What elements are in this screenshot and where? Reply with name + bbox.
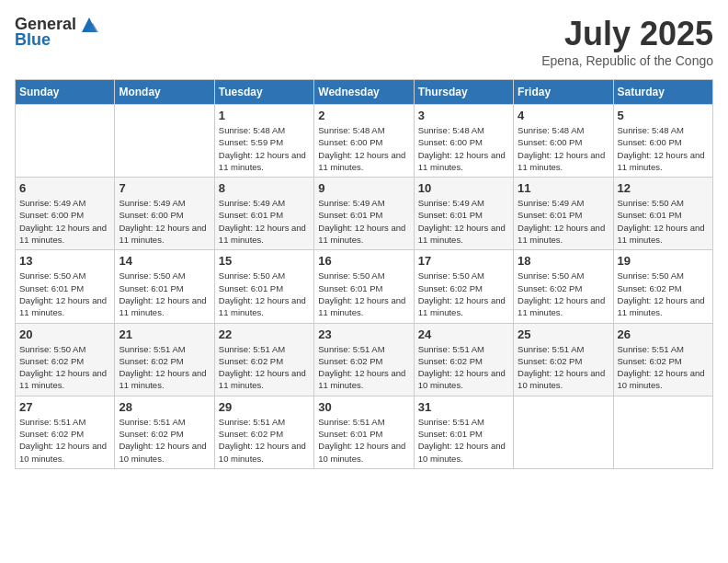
day-number: 31 [418,400,509,414]
day-number: 24 [418,327,509,341]
calendar-cell: 11Sunrise: 5:49 AM Sunset: 6:01 PM Dayli… [514,178,613,250]
calendar-header-row: SundayMondayTuesdayWednesdayThursdayFrid… [16,80,713,105]
day-number: 16 [318,254,409,268]
day-info: Sunrise: 5:51 AM Sunset: 6:02 PM Dayligh… [418,343,509,392]
weekday-header: Monday [115,80,214,105]
day-info: Sunrise: 5:50 AM Sunset: 6:01 PM Dayligh… [318,270,409,318]
calendar-cell: 5Sunrise: 5:48 AM Sunset: 6:00 PM Daylig… [613,105,712,178]
location-subtitle: Epena, Republic of the Congo [541,53,713,68]
calendar-cell: 20Sunrise: 5:50 AM Sunset: 6:02 PM Dayli… [16,323,115,396]
day-number: 12 [618,181,709,195]
calendar-cell: 17Sunrise: 5:50 AM Sunset: 6:02 PM Dayli… [414,250,513,323]
weekday-header: Sunday [16,80,115,105]
weekday-header: Thursday [414,80,513,105]
day-number: 11 [518,181,609,195]
day-info: Sunrise: 5:50 AM Sunset: 6:01 PM Dayligh… [219,270,310,318]
calendar-cell: 15Sunrise: 5:50 AM Sunset: 6:01 PM Dayli… [214,250,313,323]
day-info: Sunrise: 5:51 AM Sunset: 6:01 PM Dayligh… [318,416,409,465]
logo-icon [78,16,100,34]
calendar-week-row: 6Sunrise: 5:49 AM Sunset: 6:00 PM Daylig… [16,178,713,250]
calendar-cell: 16Sunrise: 5:50 AM Sunset: 6:01 PM Dayli… [314,250,414,323]
calendar-week-row: 27Sunrise: 5:51 AM Sunset: 6:02 PM Dayli… [16,396,713,468]
calendar-week-row: 1Sunrise: 5:48 AM Sunset: 5:59 PM Daylig… [16,105,713,178]
day-number: 4 [518,109,609,122]
day-info: Sunrise: 5:49 AM Sunset: 6:00 PM Dayligh… [19,197,110,246]
day-number: 18 [518,254,609,268]
day-info: Sunrise: 5:50 AM Sunset: 6:02 PM Dayligh… [518,270,609,318]
weekday-header: Wednesday [314,80,414,105]
day-number: 28 [119,400,210,414]
day-info: Sunrise: 5:51 AM Sunset: 6:02 PM Dayligh… [19,416,110,465]
day-number: 10 [418,181,509,195]
calendar-cell: 12Sunrise: 5:50 AM Sunset: 6:01 PM Dayli… [613,178,712,250]
calendar-cell: 25Sunrise: 5:51 AM Sunset: 6:02 PM Dayli… [514,323,613,396]
page-header: General Blue July 2025 Epena, Republic o… [15,15,713,68]
day-info: Sunrise: 5:48 AM Sunset: 5:59 PM Dayligh… [219,124,310,173]
calendar-cell: 3Sunrise: 5:48 AM Sunset: 6:00 PM Daylig… [414,105,513,178]
calendar-cell: 10Sunrise: 5:49 AM Sunset: 6:01 PM Dayli… [414,178,513,250]
day-info: Sunrise: 5:51 AM Sunset: 6:02 PM Dayligh… [119,343,210,392]
day-info: Sunrise: 5:51 AM Sunset: 6:02 PM Dayligh… [618,343,709,392]
day-number: 6 [19,181,110,195]
day-number: 23 [318,327,409,341]
day-info: Sunrise: 5:51 AM Sunset: 6:02 PM Dayligh… [119,416,210,465]
calendar-cell: 23Sunrise: 5:51 AM Sunset: 6:02 PM Dayli… [314,323,414,396]
calendar-cell: 30Sunrise: 5:51 AM Sunset: 6:01 PM Dayli… [314,396,414,468]
calendar-cell: 14Sunrise: 5:50 AM Sunset: 6:01 PM Dayli… [115,250,214,323]
day-number: 30 [318,400,409,414]
day-number: 9 [318,181,409,195]
calendar-week-row: 13Sunrise: 5:50 AM Sunset: 6:01 PM Dayli… [16,250,713,323]
weekday-header: Saturday [613,80,712,105]
calendar-cell: 8Sunrise: 5:49 AM Sunset: 6:01 PM Daylig… [214,178,313,250]
day-number: 7 [119,181,210,195]
day-info: Sunrise: 5:50 AM Sunset: 6:01 PM Dayligh… [19,270,110,318]
day-number: 5 [618,109,709,122]
day-number: 3 [418,109,509,122]
weekday-header: Tuesday [214,80,313,105]
day-number: 21 [119,327,210,341]
calendar-cell: 13Sunrise: 5:50 AM Sunset: 6:01 PM Dayli… [16,250,115,323]
day-number: 27 [19,400,110,414]
calendar-cell [514,396,613,468]
day-info: Sunrise: 5:50 AM Sunset: 6:02 PM Dayligh… [19,343,110,392]
day-info: Sunrise: 5:50 AM Sunset: 6:02 PM Dayligh… [418,270,509,318]
calendar-cell [613,396,712,468]
calendar-cell: 9Sunrise: 5:49 AM Sunset: 6:01 PM Daylig… [314,178,414,250]
calendar-cell: 24Sunrise: 5:51 AM Sunset: 6:02 PM Dayli… [414,323,513,396]
logo-blue: Blue [15,30,51,50]
calendar-cell: 28Sunrise: 5:51 AM Sunset: 6:02 PM Dayli… [115,396,214,468]
day-info: Sunrise: 5:51 AM Sunset: 6:02 PM Dayligh… [518,343,609,392]
calendar-cell: 22Sunrise: 5:51 AM Sunset: 6:02 PM Dayli… [214,323,313,396]
calendar-cell: 1Sunrise: 5:48 AM Sunset: 5:59 PM Daylig… [214,105,313,178]
day-info: Sunrise: 5:49 AM Sunset: 6:01 PM Dayligh… [418,197,509,246]
day-number: 2 [318,109,409,122]
logo: General Blue [15,15,100,50]
day-info: Sunrise: 5:48 AM Sunset: 6:00 PM Dayligh… [618,124,709,173]
calendar-cell: 7Sunrise: 5:49 AM Sunset: 6:00 PM Daylig… [115,178,214,250]
title-section: July 2025 Epena, Republic of the Congo [541,15,713,68]
day-number: 14 [119,254,210,268]
weekday-header: Friday [514,80,613,105]
day-info: Sunrise: 5:48 AM Sunset: 6:00 PM Dayligh… [318,124,409,173]
day-number: 22 [219,327,310,341]
calendar-cell: 31Sunrise: 5:51 AM Sunset: 6:01 PM Dayli… [414,396,513,468]
day-number: 13 [19,254,110,268]
day-info: Sunrise: 5:48 AM Sunset: 6:00 PM Dayligh… [418,124,509,173]
calendar-table: SundayMondayTuesdayWednesdayThursdayFrid… [15,79,713,469]
day-number: 29 [219,400,310,414]
day-number: 20 [19,327,110,341]
day-info: Sunrise: 5:51 AM Sunset: 6:02 PM Dayligh… [219,343,310,392]
day-info: Sunrise: 5:51 AM Sunset: 6:02 PM Dayligh… [318,343,409,392]
calendar-cell: 29Sunrise: 5:51 AM Sunset: 6:02 PM Dayli… [214,396,313,468]
day-number: 1 [219,109,310,122]
day-info: Sunrise: 5:50 AM Sunset: 6:02 PM Dayligh… [618,270,709,318]
calendar-cell: 19Sunrise: 5:50 AM Sunset: 6:02 PM Dayli… [613,250,712,323]
day-number: 17 [418,254,509,268]
day-info: Sunrise: 5:51 AM Sunset: 6:02 PM Dayligh… [219,416,310,465]
month-title: July 2025 [541,15,713,53]
day-info: Sunrise: 5:49 AM Sunset: 6:01 PM Dayligh… [318,197,409,246]
day-number: 15 [219,254,310,268]
calendar-cell: 2Sunrise: 5:48 AM Sunset: 6:00 PM Daylig… [314,105,414,178]
day-info: Sunrise: 5:49 AM Sunset: 6:01 PM Dayligh… [219,197,310,246]
day-info: Sunrise: 5:51 AM Sunset: 6:01 PM Dayligh… [418,416,509,465]
